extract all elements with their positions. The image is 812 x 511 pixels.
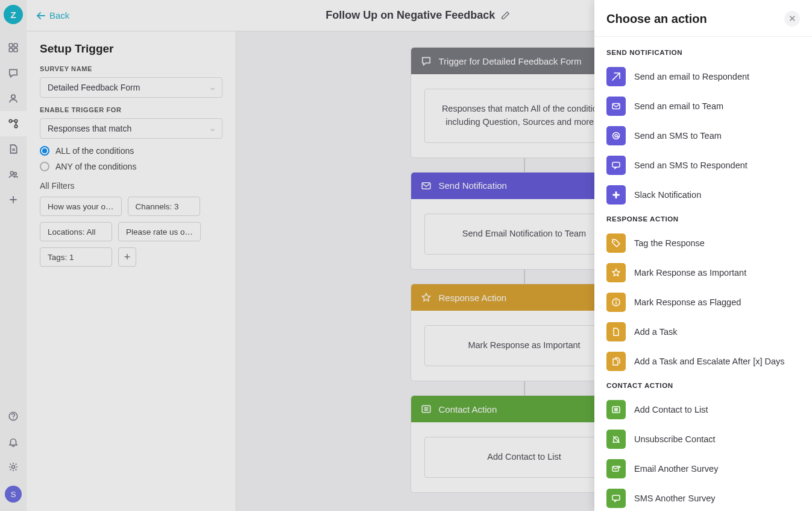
contact-title: Contact Action [439,404,610,414]
radio-icon [40,162,49,171]
connector [524,381,525,395]
radio-icon [40,146,49,156]
action-item-label: Mark Response as Important [634,268,746,278]
nav-add[interactable] [0,187,27,212]
mail-icon [421,180,432,191]
action-item[interactable]: Email Another Survey [606,455,800,482]
list-icon [606,400,626,419]
filters-heading: All Filters [40,181,222,191]
action-group-label: RESPONSE ACTION [606,215,800,223]
choose-action-drawer: Choose an action ✕ SEND NOTIFICATIONSend… [594,0,812,511]
arrow-left-icon [36,11,46,20]
user-avatar[interactable]: S [5,486,22,503]
nav-team[interactable] [0,162,27,187]
action-item[interactable]: Mark Response as Flagged [606,289,800,316]
action-item-label: Unsubscribe Contact [634,434,716,444]
page-title: Follow Up on Negative Feedback [326,9,495,22]
action-item-label: Tag the Response [634,238,705,248]
belloff-icon [606,430,626,449]
info-icon [606,293,626,312]
action-item-label: Send an SMS to Respondent [634,160,747,170]
action-item-label: Send an email to Team [634,101,723,111]
connector [524,158,525,172]
action-item[interactable]: Send an SMS to Respondent [606,152,800,179]
at-icon [606,126,626,145]
nav-settings[interactable] [0,454,27,480]
list-icon [421,404,432,414]
nav-rail: Z S [0,0,27,511]
back-label: Back [49,10,69,21]
radio-all-label: ALL of the conditions [55,146,134,156]
action-item-label: Add a Task [634,327,677,337]
setup-trigger-panel: Setup Trigger SURVEY NAME Detailed Feedb… [27,31,236,511]
action-item[interactable]: Tag the Response [606,230,800,256]
filter-chip[interactable]: How was your o… [40,197,122,216]
star-icon [606,263,626,282]
radio-any-label: ANY of the conditions [55,162,136,171]
radio-all-conditions[interactable]: ALL of the conditions [40,146,222,156]
action-item-label: Add Contact to List [634,405,708,414]
action-item-label: Send an email to Respondent [634,72,749,81]
nav-docs[interactable] [0,136,27,162]
send-icon [606,67,626,86]
doc-icon [606,322,626,341]
docs-icon [606,352,626,371]
enable-trigger-value: Responses that match [48,124,131,133]
nav-conversations[interactable] [0,60,27,86]
drawer-title: Choose an action [606,12,707,26]
radio-any-conditions[interactable]: ANY of the conditions [40,162,222,171]
action-item-label: Send an SMS to Team [634,131,722,141]
action-item[interactable]: Send an email to Respondent [606,63,800,90]
action-group-label: SEND NOTIFICATION [606,49,800,56]
star-icon [421,292,432,303]
chat-icon [606,156,626,175]
nav-workflows[interactable] [0,111,27,136]
edit-title-icon[interactable] [501,11,510,20]
action-item[interactable]: Mark Response as Important [606,259,800,286]
filter-chip[interactable]: Locations: All [40,222,112,241]
action-item[interactable]: Add Contact to List [606,396,800,423]
action-group-label: CONTACT ACTION [606,382,800,389]
filter-chip[interactable]: Channels: 3 [128,197,200,216]
action-item[interactable]: SMS Another Survey [606,485,800,511]
mailout-icon [606,459,626,478]
chevron-down-icon: ⌵ [210,124,215,133]
slack-icon [606,185,626,205]
action-item-label: Slack Notification [634,190,701,200]
notification-title: Send Notification [439,180,610,191]
chevron-down-icon: ⌵ [210,83,215,92]
response-title: Response Action [439,293,610,303]
mail-icon [606,97,626,116]
action-item[interactable]: Add a Task and Escalate After [x] Days [606,348,800,375]
connector [524,270,525,284]
enable-trigger-label: ENABLE TRIGGER FOR [40,106,222,113]
filter-chip[interactable]: Please rate us o… [118,222,201,241]
app-logo[interactable]: Z [4,5,23,24]
back-button[interactable]: Back [36,10,69,21]
action-item[interactable]: Unsubscribe Contact [606,426,800,452]
action-item-label: Mark Response as Flagged [634,297,741,307]
comment-icon [421,56,432,66]
sidebar-heading: Setup Trigger [40,42,222,56]
action-item-label: SMS Another Survey [634,494,716,503]
survey-name-label: SURVEY NAME [40,65,222,72]
nav-notifications[interactable] [0,429,27,454]
action-item-label: Email Another Survey [634,464,718,474]
nav-contacts[interactable] [0,86,27,111]
action-item[interactable]: Send an SMS to Team [606,122,800,149]
nav-help[interactable] [0,404,27,429]
chat-icon [606,489,626,508]
action-item[interactable]: Send an email to Team [606,93,800,119]
tag-icon [606,233,626,253]
action-item[interactable]: Slack Notification [606,182,800,208]
filter-chip[interactable]: Tags: 1 [40,247,112,267]
nav-dashboard[interactable] [0,35,27,60]
enable-trigger-select[interactable]: Responses that match ⌵ [40,118,222,139]
add-filter-button[interactable]: + [118,247,136,267]
action-item[interactable]: Add a Task [606,319,800,345]
close-drawer-button[interactable]: ✕ [784,11,800,27]
survey-name-select[interactable]: Detailed Feedback Form ⌵ [40,77,222,98]
action-item-label: Add a Task and Escalate After [x] Days [634,357,785,366]
survey-name-value: Detailed Feedback Form [48,83,140,92]
